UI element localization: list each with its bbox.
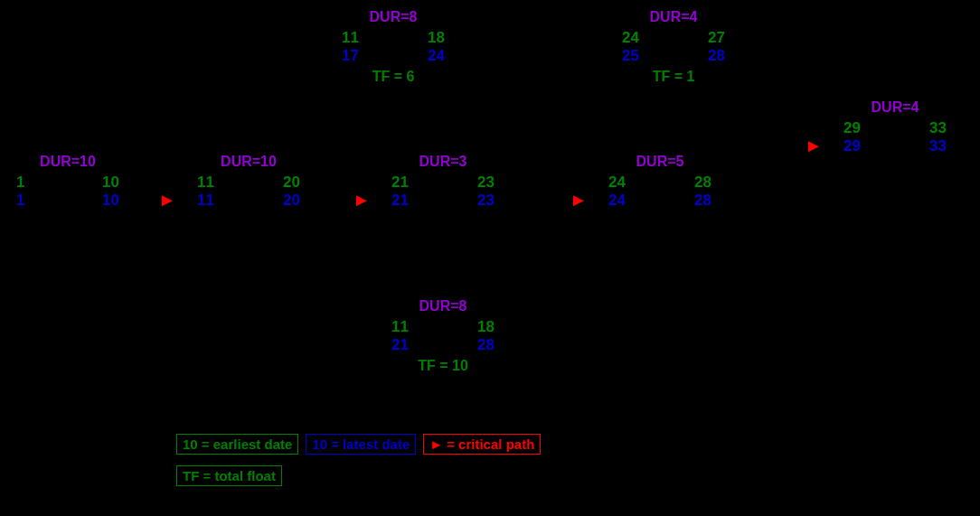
node-3-mid: DUR=3 21 23 21 23 xyxy=(384,154,502,210)
total-float: TF = 6 xyxy=(335,69,452,85)
total-float: TF = 1 xyxy=(615,69,732,85)
duration-label: DUR=8 xyxy=(384,298,502,314)
duration-label: DUR=10 xyxy=(9,154,127,170)
critical-arrow-icon: ► xyxy=(570,190,588,211)
es-value: 11 xyxy=(342,29,359,47)
node-3-top: DUR=8 11 18 17 24 TF = 6 xyxy=(335,9,452,85)
es-value: 11 xyxy=(197,174,214,192)
ls-value: 25 xyxy=(622,47,639,65)
duration-label: DUR=4 xyxy=(836,99,954,116)
lf-value: 28 xyxy=(708,47,725,65)
legend-latest: 10 = latest date xyxy=(306,434,416,455)
node-3-bot: DUR=8 11 18 21 28 TF = 10 xyxy=(384,298,502,374)
ls-value: 21 xyxy=(391,192,409,210)
node-4-top: DUR=4 24 27 25 28 TF = 1 xyxy=(615,9,732,85)
legend-critical: ► = critical path xyxy=(423,434,541,455)
duration-label: DUR=5 xyxy=(601,154,719,170)
node-1: DUR=10 1 10 1 10 xyxy=(9,154,127,210)
node-2: DUR=10 11 20 11 20 xyxy=(190,154,307,210)
legend-earliest: 10 = earliest date xyxy=(176,434,298,455)
lf-value: 20 xyxy=(283,192,300,210)
es-value: 1 xyxy=(16,174,24,192)
ef-value: 10 xyxy=(102,174,119,192)
node-4-mid: DUR=5 24 28 24 28 xyxy=(601,154,719,210)
lf-value: 10 xyxy=(102,192,119,210)
ef-value: 18 xyxy=(428,29,445,47)
critical-arrow-icon: ► xyxy=(158,190,176,211)
critical-arrow-icon: ► xyxy=(353,190,371,211)
node-5: DUR=4 29 33 29 33 xyxy=(836,99,954,155)
lf-value: 24 xyxy=(428,47,445,65)
lf-value: 28 xyxy=(477,336,495,354)
triangle-icon: ► xyxy=(429,436,443,452)
ls-value: 17 xyxy=(342,47,359,65)
duration-label: DUR=3 xyxy=(384,154,502,170)
duration-label: DUR=8 xyxy=(335,9,452,25)
ef-value: 28 xyxy=(694,174,711,192)
lf-value: 28 xyxy=(694,192,711,210)
total-float: TF = 10 xyxy=(384,358,502,374)
es-value: 11 xyxy=(391,318,409,336)
ls-value: 1 xyxy=(16,192,24,210)
ls-value: 29 xyxy=(843,137,861,155)
es-value: 21 xyxy=(391,174,409,192)
ls-value: 21 xyxy=(391,336,409,354)
es-value: 24 xyxy=(622,29,639,47)
legend-total-float: TF = total float xyxy=(176,465,282,486)
lf-value: 33 xyxy=(929,137,947,155)
ls-value: 11 xyxy=(197,192,214,210)
legend-row-1: 10 = earliest date 10 = latest date ► = … xyxy=(176,434,541,455)
lf-value: 23 xyxy=(477,192,495,210)
es-value: 24 xyxy=(608,174,626,192)
ef-value: 20 xyxy=(283,174,300,192)
ef-value: 33 xyxy=(929,119,947,137)
es-value: 29 xyxy=(843,119,861,137)
critical-arrow-icon: ► xyxy=(805,136,823,156)
duration-label: DUR=10 xyxy=(190,154,307,170)
ef-value: 23 xyxy=(477,174,495,192)
legend-row-2: TF = total float xyxy=(176,465,282,486)
legend-critical-text: = critical path xyxy=(447,436,534,452)
ls-value: 24 xyxy=(608,192,626,210)
duration-label: DUR=4 xyxy=(615,9,732,25)
ef-value: 18 xyxy=(477,318,495,336)
ef-value: 27 xyxy=(708,29,725,47)
